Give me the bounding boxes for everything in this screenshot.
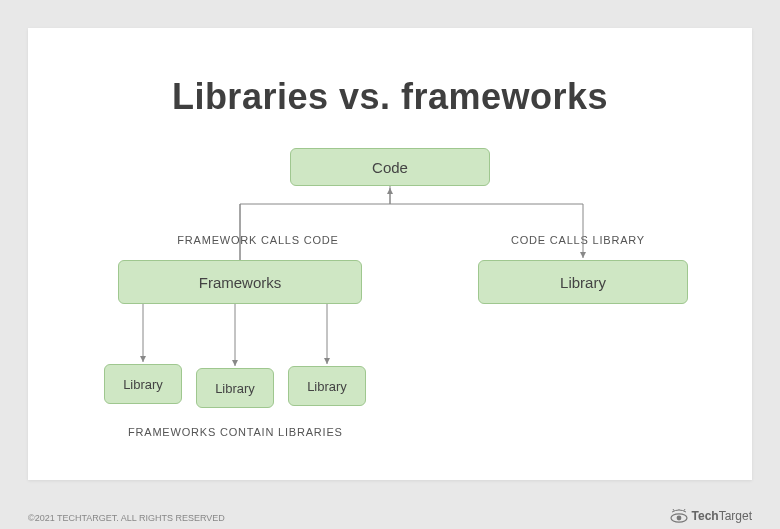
node-library-1-label: Library [123, 377, 163, 392]
node-code-label: Code [372, 159, 408, 176]
node-library-right-label: Library [560, 274, 606, 291]
node-library-1: Library [104, 364, 182, 404]
footer: ©2021 TECHTARGET. ALL RIGHTS RESERVED Te… [28, 509, 752, 523]
brand-text: TechTarget [692, 509, 752, 523]
node-frameworks-label: Frameworks [199, 274, 282, 291]
diagram-canvas: Libraries vs. frameworks Code Frameworks… [28, 28, 752, 480]
annotation-frameworks-contain-libraries: FRAMEWORKS CONTAIN LIBRARIES [128, 426, 368, 438]
diagram-title: Libraries vs. frameworks [28, 76, 752, 118]
svg-point-1 [676, 516, 681, 521]
node-code: Code [290, 148, 490, 186]
node-library-right: Library [478, 260, 688, 304]
annotation-framework-calls-code: FRAMEWORK CALLS CODE [158, 234, 358, 246]
annotation-code-calls-library: CODE CALLS LIBRARY [488, 234, 668, 246]
node-library-2: Library [196, 368, 274, 408]
eye-icon [670, 509, 688, 523]
node-library-3: Library [288, 366, 366, 406]
node-frameworks: Frameworks [118, 260, 362, 304]
copyright-text: ©2021 TECHTARGET. ALL RIGHTS RESERVED [28, 513, 225, 523]
node-library-3-label: Library [307, 379, 347, 394]
brand-logo: TechTarget [670, 509, 752, 523]
node-library-2-label: Library [215, 381, 255, 396]
